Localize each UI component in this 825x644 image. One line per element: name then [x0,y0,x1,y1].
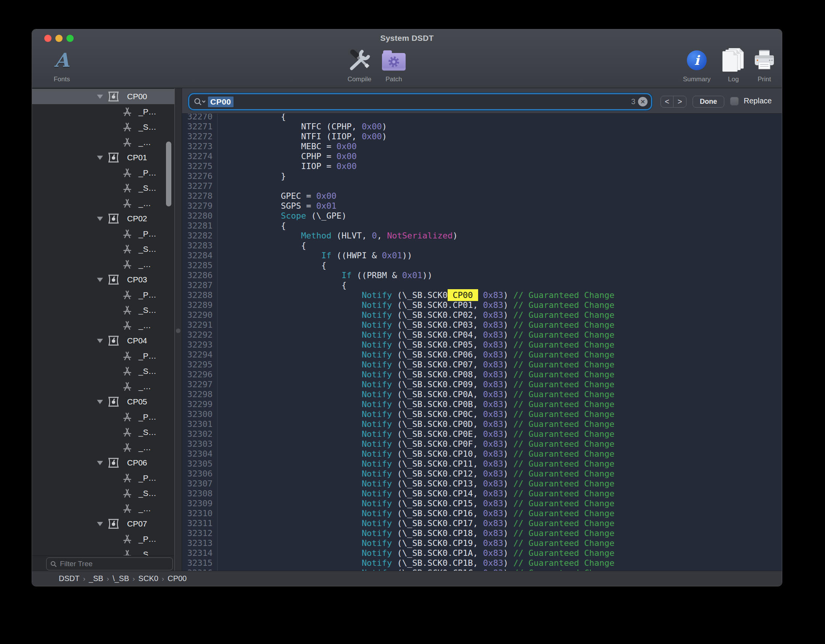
tree-item-child[interactable]: _P… [32,165,174,180]
tree-item-cp07[interactable]: CP07 [32,516,174,531]
tree-item-child[interactable]: _S… [32,364,174,379]
code-line: 32294 Notify (\_SB.SCK0.CP06, 0x83) // G… [182,350,782,360]
line-number: 32305 [182,459,217,469]
asl-object-icon [122,305,132,315]
tree-item-child[interactable]: _P… [32,409,174,425]
find-previous-button[interactable]: < [661,96,674,107]
tree-item-child[interactable]: _S… [32,180,174,196]
code-line: 32289 Notify (\_SB.SCK0.CP01, 0x83) // G… [182,300,782,310]
splitter-grip-icon [176,328,180,333]
disclosure-triangle-icon[interactable] [97,217,103,221]
disclosure-triangle-icon[interactable] [97,95,103,99]
tree-item-child[interactable]: _S… [32,242,174,257]
patch-button[interactable]: Patch [377,47,411,83]
tree-item-cp05[interactable]: CP05 [32,394,174,409]
breadcrumb-item-cp00[interactable]: CP00 [168,574,187,583]
disclosure-triangle-icon[interactable] [97,400,103,404]
toolbar-label: Log [728,76,739,83]
filter-tree-input[interactable]: Filter Tree [46,557,173,570]
disclosure-triangle-icon[interactable] [97,461,103,465]
find-next-button[interactable]: > [674,96,686,107]
tree-item-child[interactable]: _S… [32,119,174,135]
compile-button[interactable]: Compile [338,47,380,83]
sidebar-tree: CP00_P…_S…_…CP01_P…_S…_…CP02_P…_S…_…CP03… [32,88,174,555]
line-number: 32296 [182,370,217,380]
code-line: 32283 { [182,241,782,251]
line-number: 32282 [182,231,217,241]
asl-object-icon [122,382,132,391]
disclosure-triangle-icon[interactable] [97,278,103,282]
line-number: 32297 [182,380,217,390]
code-line: 32295 Notify (\_SB.SCK0.CP07, 0x83) // G… [182,360,782,370]
tree-item-child[interactable]: _… [32,135,174,150]
tree-item-cp00[interactable]: CP00 [32,89,174,104]
code-line: 32313 Notify (\_SB.SCK0.CP19, 0x83) // G… [182,538,782,548]
tree-item-child[interactable]: _… [32,196,174,211]
code-line: 32292 Notify (\_SB.SCK0.CP04, 0x83) // G… [182,330,782,340]
tree-item-child[interactable]: _P… [32,470,174,486]
tree-item-cp02[interactable]: CP02 [32,211,174,226]
tree-item-label: _… [139,443,151,452]
code-line: 32276 } [182,171,782,181]
tree-item-cp01[interactable]: CP01 [32,150,174,165]
tree-item-child[interactable]: _S… [32,486,174,501]
tree-item-label: CP03 [127,275,147,284]
find-input[interactable]: CP00 3 ✕ [188,93,652,110]
tree-item-cp03[interactable]: CP03 [32,272,174,287]
toolbar-label: Fonts [54,76,70,83]
breadcrumb-item-dsdt[interactable]: DSDT [59,574,79,583]
code-line: 32303 Notify (\_SB.SCK0.CP0F, 0x83) // G… [182,439,782,449]
asl-object-icon [122,198,132,208]
print-button[interactable]: Print [751,47,778,83]
tree-item-label: _… [139,260,151,269]
tree-item-child[interactable]: _… [32,501,174,516]
log-button[interactable]: Log [720,47,747,83]
disclosure-triangle-icon[interactable] [97,522,103,526]
tree-item-child[interactable]: _P… [32,287,174,303]
line-number: 32295 [182,360,217,370]
tree-item-child[interactable]: _P… [32,348,174,364]
replace-checkbox[interactable] [730,97,739,106]
tree-item-label: CP07 [127,519,147,528]
toolbar-label: Patch [385,76,402,83]
search-menu-icon[interactable] [194,98,205,106]
tree-item-child[interactable]: _… [32,257,174,272]
line-number: 32315 [182,558,217,568]
tree-item-child[interactable]: _S… [32,425,174,440]
line-number: 32285 [182,261,217,270]
tree-item-cp04[interactable]: CP04 [32,333,174,348]
line-number: 32302 [182,429,217,439]
breadcrumb-item-sb[interactable]: _SB [89,574,103,583]
pane-splitter[interactable] [174,88,182,572]
tree-item-child[interactable]: _… [32,318,174,333]
code-editor[interactable]: 32270 {32271 NTFC (CPHP, 0x00)32272 NTFI… [182,114,782,572]
clear-search-icon[interactable]: ✕ [638,97,648,106]
tree-item-cp06[interactable]: CP06 [32,455,174,470]
tree-item-child[interactable]: _P… [32,531,174,547]
breadcrumb-item-sck0[interactable]: SCK0 [139,574,158,583]
fonts-button[interactable]: A Fonts [45,47,79,83]
tree-item-child[interactable]: _S… [32,547,174,555]
asl-object-icon [122,229,132,239]
sidebar-scrollbar[interactable] [166,142,171,206]
tree-item-child[interactable]: _S… [32,303,174,318]
asl-object-icon [122,259,132,269]
code-line: 32293 Notify (\_SB.SCK0.CP05, 0x83) // G… [182,340,782,350]
tree-item-label: CP00 [127,92,147,101]
code-line: 32296 Notify (\_SB.SCK0.CP08, 0x83) // G… [182,370,782,380]
code-line: 32271 NTFC (CPHP, 0x00) [182,122,782,132]
tree-item-child[interactable]: _… [32,379,174,394]
breadcrumb-item-sb[interactable]: \_SB [113,574,129,583]
tree-item-label: _S… [139,428,156,437]
done-button[interactable]: Done [693,96,724,108]
tree-item-child[interactable]: _P… [32,104,174,119]
breadcrumb-separator-icon: › [107,574,109,583]
summary-button[interactable]: i Summary [676,47,718,83]
tree-item-child[interactable]: _P… [32,226,174,242]
tree-item-child[interactable]: _… [32,440,174,455]
code-line: 32300 Notify (\_SB.SCK0.CP0C, 0x83) // G… [182,409,782,419]
disclosure-triangle-icon[interactable] [97,156,103,160]
disclosure-triangle-icon[interactable] [97,339,103,343]
search-icon [50,561,57,567]
code-line: 32298 Notify (\_SB.SCK0.CP0A, 0x83) // G… [182,390,782,399]
